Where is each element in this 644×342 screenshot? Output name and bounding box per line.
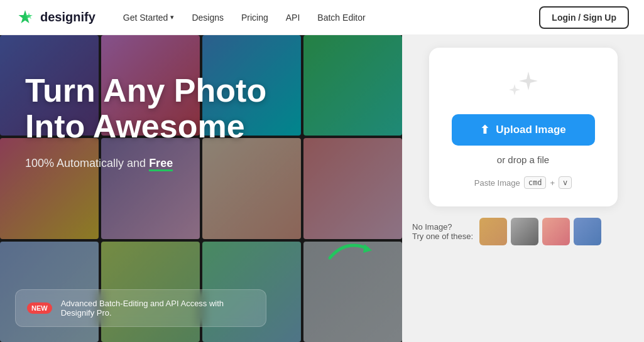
no-image-text: No Image? — [412, 222, 473, 232]
upload-btn-label: Upload Image — [496, 124, 565, 136]
nav-designs[interactable]: Designs — [184, 9, 231, 26]
plus-sign: + — [550, 178, 555, 188]
hero-headline-line2: Into Awesome — [25, 109, 266, 144]
drop-text: or drop a file — [497, 154, 549, 165]
arrow-container — [327, 233, 377, 267]
paste-row: Paste Image cmd + v — [474, 176, 572, 189]
nav-get-started[interactable]: Get Started — [116, 9, 182, 26]
promo-text: Advanced Batch-Editing and API Access wi… — [61, 299, 254, 318]
navbar: designify Get Started Designs Pricing AP… — [0, 0, 644, 35]
hero-right: ⬆ Upload Image or drop a file Paste Imag… — [402, 35, 644, 342]
sample-row: No Image? Try one of these: — [412, 218, 634, 245]
v-key: v — [559, 176, 572, 189]
hero-subtext-normal: 100% Automatically and — [25, 157, 149, 169]
upload-image-button[interactable]: ⬆ Upload Image — [452, 114, 595, 146]
sample-thumb-4[interactable] — [574, 218, 601, 245]
sample-thumb-1[interactable] — [479, 218, 507, 245]
new-badge: NEW — [27, 302, 52, 314]
nav-links: Get Started Designs Pricing API Batch Ed… — [116, 9, 540, 26]
green-arrow-icon — [327, 233, 377, 264]
paste-label: Paste Image — [474, 178, 520, 188]
hero-headline-line1: Turn Any Photo — [25, 73, 266, 109]
sparkles-icon — [501, 67, 546, 104]
upload-icon: ⬆ — [480, 123, 489, 137]
try-these-text: Try one of these: — [412, 232, 473, 241]
login-signup-button[interactable]: Login / Sign Up — [539, 6, 629, 29]
logo-text: designify — [40, 10, 96, 24]
nav-pricing[interactable]: Pricing — [234, 9, 276, 26]
sample-thumb-3[interactable] — [542, 218, 570, 245]
hero-section: Turn Any Photo Into Awesome 100% Automat… — [0, 35, 644, 342]
svg-marker-1 — [363, 244, 372, 253]
promo-banner: NEW Advanced Batch-Editing and API Acces… — [15, 289, 266, 327]
sample-thumb-2[interactable] — [511, 218, 538, 245]
hero-text: Turn Any Photo Into Awesome 100% Automat… — [25, 73, 266, 170]
sample-images — [479, 218, 601, 245]
hero-subtext: 100% Automatically and Free — [25, 157, 266, 170]
hero-subtext-bold: Free — [149, 157, 173, 171]
nav-cta: Login / Sign Up — [539, 6, 629, 29]
cmd-key: cmd — [524, 176, 547, 189]
nav-batch-editor[interactable]: Batch Editor — [310, 9, 373, 26]
logo-icon — [15, 8, 35, 28]
hero-left: Turn Any Photo Into Awesome 100% Automat… — [0, 35, 402, 342]
nav-api[interactable]: API — [278, 9, 308, 26]
logo[interactable]: designify — [15, 8, 96, 28]
upload-card: ⬆ Upload Image or drop a file Paste Imag… — [429, 48, 618, 206]
sample-label: No Image? Try one of these: — [412, 222, 473, 241]
hero-headline: Turn Any Photo Into Awesome — [25, 73, 266, 144]
